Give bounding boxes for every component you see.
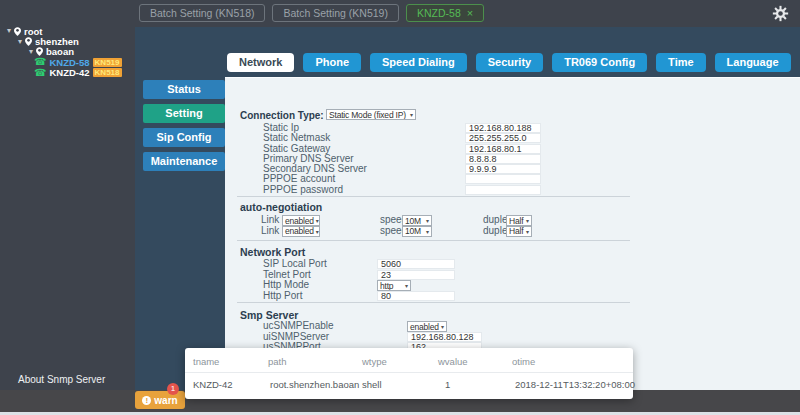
location-pin-icon [14, 27, 21, 36]
table-cell: KNZD-42 [193, 379, 233, 390]
device-tree: ▾ root ▾ shenzhen ▾ baoan ☎ KNZD-58 KN51… [0, 26, 135, 78]
tree-node-baoan[interactable]: ▾ baoan [0, 47, 135, 57]
chevron-down-icon: ▾ [426, 217, 429, 224]
section-divider [237, 302, 630, 303]
chevron-down-icon[interactable]: ▾ [18, 37, 22, 47]
pppoe-password-input[interactable] [465, 185, 541, 195]
link1-speed-select[interactable]: 10M▾ [402, 226, 432, 237]
static-ip-section: Static Ip Static Netmask Static Gateway … [240, 123, 780, 195]
column-header: path [268, 356, 287, 367]
select-value: enabled [285, 226, 314, 236]
tab-tr069-config[interactable]: TR069 Config [552, 53, 647, 72]
select-value: Half [509, 226, 523, 236]
link1-enable-select[interactable]: enabled▾ [282, 226, 320, 237]
tab-network[interactable]: Network [227, 53, 294, 72]
select-value: 10M [405, 216, 421, 226]
form-row: uiSNMPServer [240, 332, 780, 343]
field-label: ucSNMPEnable [263, 321, 334, 332]
phone-icon: ☎ [34, 57, 46, 67]
snmp-enable-select[interactable]: enabled▾ [407, 321, 447, 332]
static-gateway-input[interactable] [465, 144, 541, 154]
table-divider [185, 372, 633, 373]
secondary-dns-input[interactable] [465, 164, 541, 174]
submenu-status[interactable]: Status [143, 80, 225, 99]
section-divider [237, 240, 630, 241]
chevron-down-icon[interactable]: ▾ [29, 47, 33, 57]
tree-node-knzd-58[interactable]: ☎ KNZD-58 KN519 [0, 57, 135, 67]
device-model-badge: KN519 [93, 58, 122, 67]
about-snmp-link[interactable]: About Snmp Server [18, 374, 105, 385]
tree-node-label: shenzhen [35, 36, 79, 47]
connection-type-value: Static Mode (fixed IP) [329, 110, 406, 120]
table-cell: root.shenzhen.baoan [270, 379, 359, 390]
location-pin-icon [25, 37, 32, 46]
tree-node-root[interactable]: ▾ root [0, 26, 135, 36]
device-manager-window: Batch Setting (KN518) Batch Setting (KN5… [0, 0, 800, 415]
connection-type-select[interactable]: Static Mode (fixed IP)▾ [326, 109, 416, 120]
submenu-setting[interactable]: Setting [143, 104, 225, 123]
tab-phone[interactable]: Phone [303, 53, 361, 72]
chevron-down-icon[interactable]: ▾ [7, 26, 11, 36]
snmp-server-input[interactable] [407, 332, 482, 342]
table-cell: shell [362, 379, 382, 390]
column-header: tname [193, 356, 219, 367]
chevron-down-icon: ▾ [526, 228, 529, 235]
warn-button[interactable]: ! warn [135, 391, 185, 409]
chevron-down-icon: ▾ [405, 282, 408, 289]
select-value: http [380, 281, 393, 291]
select-value: Half [509, 216, 523, 226]
static-ip-input[interactable] [465, 123, 541, 133]
warn-count-badge: 1 [167, 383, 179, 395]
chevron-down-icon: ▾ [426, 228, 429, 235]
column-header: wtype [362, 356, 387, 367]
field-label: SIP Local Port [263, 259, 327, 270]
tab-time[interactable]: Time [656, 53, 705, 72]
tree-node-knzd-42[interactable]: ☎ KNZD-42 KN518 [0, 68, 135, 78]
settings-submenu: Status Setting Sip Config Maintenance [143, 80, 225, 171]
column-header: otime [512, 356, 535, 367]
primary-dns-input[interactable] [465, 154, 541, 164]
close-icon[interactable]: × [467, 7, 473, 19]
tree-node-shenzhen[interactable]: ▾ shenzhen [0, 36, 135, 46]
warning-table-popup: tname path wtype wvalue otime KNZD-42 ro… [185, 348, 633, 399]
field-label: Http Mode [263, 280, 309, 291]
http-port-input[interactable] [377, 291, 455, 301]
gear-icon[interactable] [772, 5, 789, 22]
chevron-down-icon: ▾ [441, 323, 444, 330]
link1-duplex-select[interactable]: Half▾ [506, 226, 532, 237]
submenu-maintenance[interactable]: Maintenance [143, 152, 225, 171]
sip-local-port-input[interactable] [377, 259, 455, 269]
tab-speed-dialing[interactable]: Speed Dialing [370, 53, 467, 72]
phone-icon: ☎ [34, 68, 46, 78]
tab-security[interactable]: Security [476, 53, 543, 72]
section-divider [237, 196, 630, 197]
chevron-down-icon: ▾ [410, 111, 413, 118]
form-row: Http Mode http▾ [240, 280, 780, 291]
tab-language[interactable]: Language [715, 53, 791, 72]
tab-batch-setting-kn519[interactable]: Batch Setting (KN519) [272, 4, 398, 22]
warn-label: warn [154, 395, 177, 406]
select-value: 10M [405, 226, 421, 236]
telnet-port-input[interactable] [377, 270, 455, 280]
link1-row: Link 1 enabled▾ speed 10M▾ duplex Half▾ [240, 226, 780, 237]
link0-row: Link 0 enabled▾ speed 10M▾ duplex Half▾ [240, 215, 780, 226]
field-label: Http Port [263, 291, 302, 302]
submenu-sip-config[interactable]: Sip Config [143, 128, 225, 147]
pppoe-account-input[interactable] [465, 174, 541, 184]
tab-knzd-58[interactable]: KNZD-58× [406, 4, 484, 22]
tree-node-label: root [24, 26, 42, 37]
http-mode-select[interactable]: http▾ [377, 280, 411, 291]
static-netmask-input[interactable] [465, 133, 541, 143]
device-model-badge: KN518 [93, 68, 122, 77]
chevron-down-icon: ▾ [526, 217, 529, 224]
network-port-title: Network Port [240, 246, 305, 258]
table-cell: 2018-12-11T13:32:20+08:00 [515, 379, 635, 390]
network-settings-panel: Connection Type: Static Mode (fixed IP)▾… [225, 77, 800, 390]
warning-icon: ! [142, 396, 151, 405]
auto-negotiation-title: auto-negotiation [240, 201, 322, 213]
tab-batch-setting-kn518[interactable]: Batch Setting (KN518) [139, 4, 265, 22]
session-tabs: Batch Setting (KN518) Batch Setting (KN5… [139, 4, 484, 22]
form-row: Telnet Port [240, 270, 780, 281]
location-pin-icon [36, 47, 43, 56]
form-row: PPPOE password [240, 185, 780, 195]
